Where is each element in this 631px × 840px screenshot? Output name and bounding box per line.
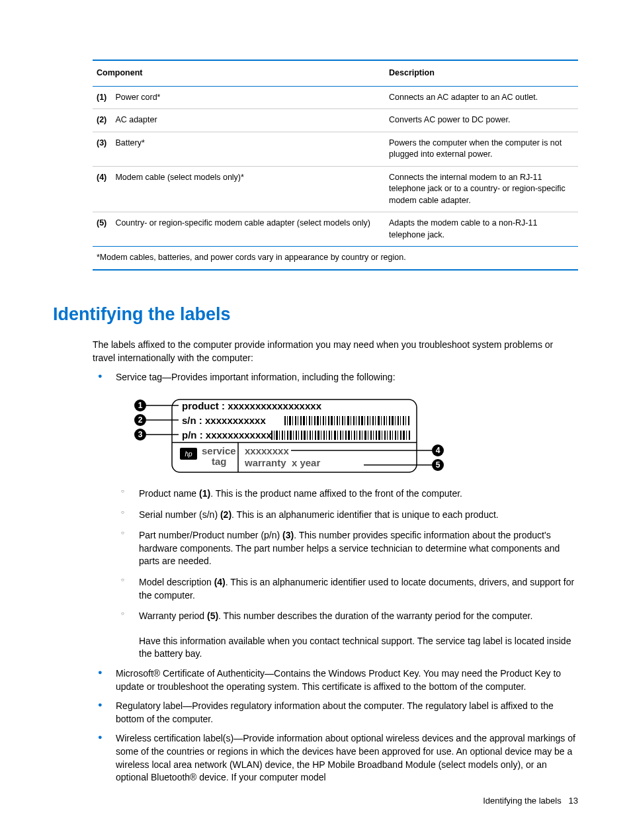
bullet-coa: Microsoft® Certificate of Authenticity—C… <box>93 667 578 693</box>
svg-rect-60 <box>398 416 399 425</box>
svg-rect-110 <box>395 431 396 440</box>
svg-rect-56 <box>386 416 387 425</box>
svg-rect-91 <box>343 431 343 440</box>
svg-rect-70 <box>284 431 285 440</box>
bullet-wireless: Wireless certification label(s)—Provide … <box>93 732 578 784</box>
svg-rect-21 <box>289 416 291 425</box>
svg-rect-49 <box>367 416 368 425</box>
sublist-item: Serial number (s/n) (2). This is an alph… <box>116 509 578 522</box>
svg-rect-104 <box>378 431 380 440</box>
table-row: (4) Modem cable (select models only)* Co… <box>93 166 578 212</box>
svg-rect-98 <box>362 431 362 440</box>
header-component: Component <box>93 60 385 86</box>
svg-text:warranty  x year: warranty x year <box>244 457 320 468</box>
svg-rect-25 <box>300 416 302 425</box>
svg-rect-41 <box>345 416 345 425</box>
svg-rect-20 <box>287 416 288 425</box>
svg-rect-47 <box>361 416 363 425</box>
svg-text:p/n : xxxxxxxxxxxx: p/n : xxxxxxxxxxxx <box>182 429 273 441</box>
svg-rect-105 <box>382 431 382 440</box>
svg-rect-106 <box>384 431 386 440</box>
svg-rect-54 <box>381 416 382 425</box>
svg-rect-48 <box>364 416 365 425</box>
svg-rect-61 <box>400 416 401 425</box>
svg-rect-66 <box>274 431 274 440</box>
svg-rect-64 <box>408 416 409 425</box>
svg-rect-24 <box>298 416 298 425</box>
svg-text:2: 2 <box>138 415 143 425</box>
svg-rect-99 <box>364 431 366 440</box>
svg-rect-82 <box>317 431 319 440</box>
support-paragraph: Have this information available when you… <box>139 635 578 661</box>
svg-rect-83 <box>321 431 321 440</box>
svg-rect-62 <box>403 416 404 425</box>
svg-rect-57 <box>389 416 390 425</box>
svg-rect-52 <box>375 416 376 425</box>
svg-rect-34 <box>325 416 326 425</box>
svg-rect-101 <box>370 431 372 440</box>
component-table: Component Description (1) Power cord* Co… <box>93 60 578 271</box>
service-tag-diagram: 1 2 3 4 5 product : xxx <box>132 396 578 476</box>
svg-rect-96 <box>357 431 357 440</box>
svg-rect-93 <box>348 431 350 440</box>
svg-rect-26 <box>303 416 305 425</box>
svg-rect-32 <box>320 416 321 425</box>
svg-rect-69 <box>282 431 283 440</box>
svg-rect-38 <box>337 416 338 425</box>
svg-rect-112 <box>400 431 401 440</box>
svg-text:xxxxxxxx: xxxxxxxx <box>245 445 289 456</box>
svg-rect-37 <box>334 416 335 425</box>
svg-text:tag: tag <box>212 456 227 467</box>
svg-rect-76 <box>301 431 302 440</box>
sublist-item: Product name (1). This is the product na… <box>116 487 578 501</box>
table-row: (1) Power cord* Connects an AC adapter t… <box>93 86 578 109</box>
svg-rect-45 <box>356 416 357 425</box>
svg-rect-75 <box>298 431 299 440</box>
svg-rect-51 <box>372 416 374 425</box>
svg-rect-58 <box>392 416 394 425</box>
svg-rect-88 <box>334 431 336 440</box>
svg-rect-43 <box>351 416 351 425</box>
svg-rect-28 <box>309 416 310 425</box>
svg-rect-30 <box>314 416 316 425</box>
svg-text:1: 1 <box>138 401 143 410</box>
bullet-service-tag: Service tag—Provides important informati… <box>93 371 578 661</box>
svg-rect-102 <box>373 431 374 440</box>
service-tag-sublist: Product name (1). This is the product na… <box>116 487 578 623</box>
svg-rect-40 <box>342 416 343 425</box>
svg-rect-39 <box>339 416 340 425</box>
svg-rect-53 <box>378 416 380 425</box>
svg-rect-73 <box>293 431 294 440</box>
svg-text:s/n : xxxxxxxxxxx: s/n : xxxxxxxxxxx <box>182 415 266 426</box>
svg-rect-72 <box>290 431 292 440</box>
svg-rect-78 <box>307 431 308 440</box>
svg-rect-42 <box>347 416 349 425</box>
svg-rect-115 <box>409 431 410 440</box>
svg-rect-19 <box>284 416 286 425</box>
table-footnote: *Modem cables, batteries, and power cord… <box>93 247 578 270</box>
svg-rect-111 <box>398 431 398 440</box>
main-bullet-list: Service tag—Provides important informati… <box>93 371 578 784</box>
svg-rect-108 <box>390 431 391 440</box>
svg-rect-103 <box>376 431 377 440</box>
header-description: Description <box>385 60 578 86</box>
section-heading: Identifying the labels <box>53 302 578 327</box>
sublist-item: Model description (4). This is an alphan… <box>116 576 578 602</box>
svg-rect-59 <box>395 416 396 425</box>
svg-rect-87 <box>331 431 332 440</box>
svg-rect-100 <box>368 431 368 440</box>
svg-rect-77 <box>304 431 306 440</box>
svg-rect-63 <box>405 416 406 425</box>
svg-rect-71 <box>287 431 288 440</box>
svg-rect-65 <box>271 431 273 440</box>
svg-rect-92 <box>345 431 347 440</box>
svg-rect-109 <box>392 431 393 440</box>
svg-rect-46 <box>358 416 360 425</box>
svg-rect-55 <box>384 416 385 425</box>
table-row: (2) AC adapter Converts AC power to DC p… <box>93 109 578 132</box>
svg-rect-23 <box>295 416 296 425</box>
svg-rect-79 <box>310 431 311 440</box>
svg-rect-80 <box>312 431 313 440</box>
table-row: (5) Country- or region-specific modem ca… <box>93 212 578 247</box>
svg-rect-27 <box>306 416 307 425</box>
